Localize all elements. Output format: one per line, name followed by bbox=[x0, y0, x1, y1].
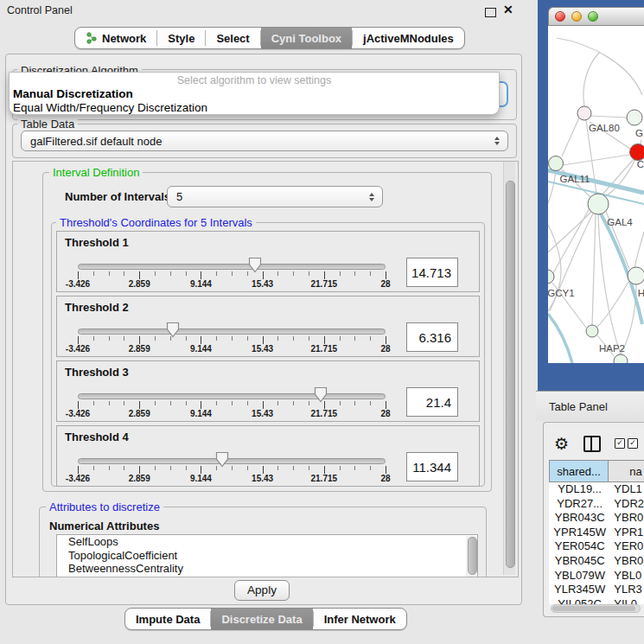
application-root: Control Panel ✕ NetworkStyleSelectCyni T… bbox=[0, 0, 644, 644]
float-window-icon[interactable] bbox=[485, 8, 496, 17]
checkbox-icon[interactable]: ✓ bbox=[628, 438, 638, 449]
threshold-label: Threshold 3 bbox=[65, 366, 129, 379]
threshold-row: Threshold 2-3.4262.8599.14415.4321.71528… bbox=[56, 296, 480, 357]
zoom-traffic-light-icon[interactable] bbox=[588, 11, 598, 22]
slider-ticks bbox=[78, 336, 386, 344]
slider-tick-labels: -3.4262.8599.14415.4321.71528 bbox=[78, 279, 386, 290]
numerical-attributes-list[interactable]: SelfLoopsTopologicalCoefficientBetweenne… bbox=[56, 534, 478, 577]
attribute-item[interactable]: SelfLoops bbox=[57, 535, 477, 549]
column-header-shared[interactable]: shared... bbox=[549, 460, 609, 482]
tick-label: -3.426 bbox=[66, 279, 90, 289]
tab-select[interactable]: Select bbox=[206, 28, 259, 48]
tick-label: 15.43 bbox=[252, 474, 273, 483]
close-icon[interactable]: ✕ bbox=[503, 3, 513, 16]
threshold-value-field[interactable]: 14.713 bbox=[406, 258, 458, 287]
attributes-scrollbar[interactable] bbox=[466, 536, 476, 577]
tick-label: 2.859 bbox=[129, 474, 150, 483]
attribute-items: SelfLoopsTopologicalCoefficientBetweenne… bbox=[57, 535, 477, 576]
tab-cyni-toolbox[interactable]: Cyni Toolbox bbox=[261, 28, 352, 48]
network-view-window: GAL80G.CGAL11GAL4GCY1HHAP2 bbox=[538, 0, 644, 391]
number-of-intervals-label: Number of Intervals bbox=[65, 190, 170, 203]
network-canvas[interactable]: GAL80G.CGAL11GAL4GCY1HHAP2 bbox=[548, 26, 644, 363]
number-of-intervals-spinner[interactable]: 5 bbox=[167, 186, 383, 207]
tab-network[interactable]: Network bbox=[75, 28, 156, 48]
table-data-combobox[interactable]: galFiltered.sif default node bbox=[21, 131, 508, 151]
network-window-titlebar[interactable] bbox=[548, 7, 644, 26]
network-edge bbox=[597, 282, 628, 327]
slider-ticks bbox=[78, 401, 386, 409]
tab-style[interactable]: Style bbox=[157, 28, 205, 48]
threshold-value-field[interactable]: 11.344 bbox=[406, 452, 458, 481]
cell-name: YBL0 bbox=[610, 569, 644, 583]
checkbox-icon[interactable]: ✓ bbox=[615, 438, 625, 449]
network-node-label: GAL4 bbox=[607, 217, 633, 227]
gear-icon[interactable]: ⚙ bbox=[554, 434, 569, 454]
network-node-gal4[interactable] bbox=[588, 194, 609, 214]
network-node-node-top-right[interactable] bbox=[627, 110, 642, 125]
network-node-node-h[interactable] bbox=[628, 267, 644, 284]
column-layout-icon[interactable] bbox=[583, 436, 601, 452]
network-node-gal80[interactable] bbox=[577, 106, 591, 120]
tab-label: Cyni Toolbox bbox=[271, 32, 341, 45]
cell-name: YIL0 bbox=[610, 597, 644, 604]
table-horizontal-scrollbar[interactable] bbox=[551, 604, 641, 613]
table-row[interactable]: YIL052CYIL0 bbox=[549, 597, 644, 604]
attribute-item[interactable]: BetweennessCentrality bbox=[57, 562, 477, 576]
tab-discretize-data[interactable]: Discretize Data bbox=[211, 609, 312, 629]
network-node-node-red[interactable] bbox=[630, 144, 644, 161]
popup-option-equal-width[interactable]: Equal Width/Frequency Discretization bbox=[10, 101, 499, 115]
popup-option-manual[interactable]: Manual Discretization bbox=[10, 87, 499, 101]
popup-hint-item[interactable]: Select algorithm to view settings bbox=[10, 74, 499, 87]
tab-infer-network[interactable]: Infer Network bbox=[314, 609, 406, 629]
minimize-traffic-light-icon[interactable] bbox=[571, 11, 582, 22]
panel-scrollbar[interactable] bbox=[503, 162, 515, 575]
threshold-label: Threshold 4 bbox=[65, 430, 129, 443]
slider-track[interactable] bbox=[78, 393, 386, 399]
network-edge bbox=[553, 208, 590, 273]
network-node-gal11[interactable] bbox=[549, 156, 564, 171]
apply-button[interactable]: Apply bbox=[234, 580, 290, 601]
table-row[interactable]: YPR145WYPR1 bbox=[549, 526, 644, 540]
network-node-gcy1[interactable] bbox=[548, 270, 554, 284]
slider-track[interactable] bbox=[78, 328, 386, 335]
tick-label: 28 bbox=[380, 474, 390, 483]
table-row[interactable]: YDR27...YDR2 bbox=[549, 497, 644, 512]
cell-shared-name: YDL19... bbox=[549, 482, 610, 497]
column-header-name[interactable]: na bbox=[609, 460, 644, 482]
tick-label: 21.715 bbox=[311, 344, 338, 354]
table-header: shared... na bbox=[549, 460, 644, 482]
algorithm-popup: Select algorithm to view settings Manual… bbox=[9, 72, 500, 115]
tab-impute-data[interactable]: Impute Data bbox=[125, 609, 210, 629]
table-row[interactable]: YBR043CYBR0 bbox=[549, 511, 644, 526]
threshold-value-field[interactable]: 21.4 bbox=[406, 387, 458, 417]
network-node-hap2[interactable] bbox=[586, 325, 598, 337]
network-node-label: GAL80 bbox=[589, 123, 620, 133]
tab-jactivemnodules[interactable]: jActiveMNodules bbox=[353, 28, 464, 48]
table-row[interactable]: YBL079WYBL0 bbox=[549, 569, 644, 583]
tick-label: 28 bbox=[380, 279, 390, 289]
bottom-tab-bar: Impute DataDiscretize DataInfer Network bbox=[124, 608, 407, 630]
tab-label: Discretize Data bbox=[221, 613, 302, 626]
threshold-value-field[interactable]: 6.316 bbox=[406, 322, 458, 352]
table-row[interactable]: YBR045CYBR0 bbox=[549, 554, 644, 569]
network-edge bbox=[634, 232, 644, 268]
panel-title: Control Panel bbox=[7, 4, 73, 16]
table-row[interactable]: YDL19...YDL1 bbox=[549, 482, 644, 497]
network-edge bbox=[592, 214, 596, 325]
cell-shared-name: YBR045C bbox=[549, 554, 610, 569]
tick-label: 21.715 bbox=[311, 409, 338, 418]
attribute-item[interactable]: TopologicalCoefficient bbox=[57, 549, 477, 563]
close-traffic-light-icon[interactable] bbox=[555, 11, 565, 22]
table-row[interactable]: YER054CYER0 bbox=[549, 539, 644, 554]
slider-track[interactable] bbox=[78, 458, 386, 464]
cell-name: YDL1 bbox=[610, 482, 644, 497]
slider-ticks bbox=[78, 466, 386, 474]
table-row[interactable]: YLR345WYLR3 bbox=[549, 583, 644, 597]
tab-label: Style bbox=[168, 32, 194, 45]
network-edge bbox=[590, 116, 627, 118]
threshold-row: Threshold 3-3.4262.8599.14415.4321.71528… bbox=[56, 360, 480, 422]
spinner-arrows-icon bbox=[369, 193, 374, 201]
slider-track[interactable] bbox=[78, 264, 386, 270]
network-node-node-bottom[interactable] bbox=[614, 354, 628, 363]
cell-shared-name: YBR043C bbox=[549, 511, 610, 526]
